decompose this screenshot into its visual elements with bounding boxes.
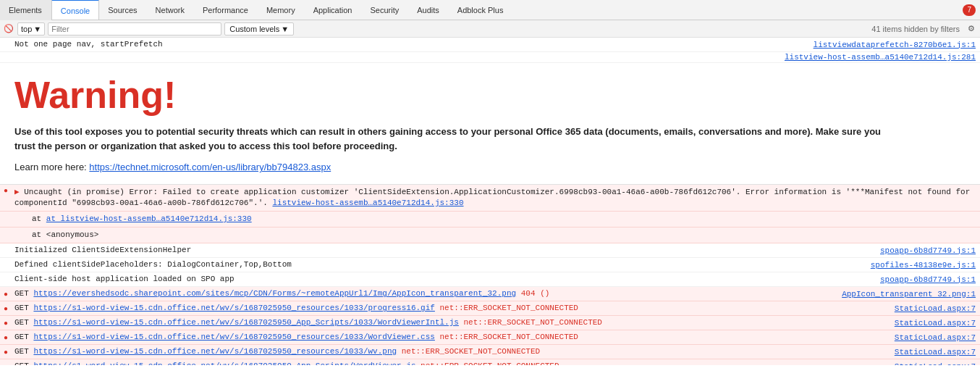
uncaught-source-link[interactable]: listview-host-assemb…a5140e712d14.js:330 — [272, 199, 463, 207]
blank-icon4 — [0, 250, 12, 251]
defined-row: Defined clientSidePlaceholders: DialogCo… — [0, 258, 980, 272]
get-row-content-2: GET https://s1-word-view-15.cdn.office.n… — [12, 317, 895, 329]
get-row-1: ● GET https://s1-word-view-15.cdn.office… — [0, 301, 980, 316]
get-row-content-1: GET https://s1-word-view-15.cdn.office.n… — [12, 302, 895, 314]
get-source-4[interactable]: StaticLoad.aspx:7 — [895, 348, 980, 356]
get-error-icon-3: ● — [0, 333, 12, 342]
get-source-0[interactable]: AppIcon_transparent 32.png:1 — [842, 290, 980, 299]
filter-input[interactable] — [48, 22, 221, 36]
tab-audits[interactable]: Audits — [408, 0, 449, 20]
blank-icon2 — [0, 213, 12, 214]
get-error-icon-1: ● — [0, 304, 12, 313]
tab-sources[interactable]: Sources — [99, 0, 146, 20]
page-nav-text: Not one page nav, startPrefetch — [12, 38, 814, 51]
blank-icon3 — [0, 229, 12, 230]
get-row-content-3: GET https://s1-word-view-15.cdn.office.n… — [12, 331, 895, 343]
client-source[interactable]: spoapp-6b8d7749.js:1 — [880, 275, 980, 284]
tab-network[interactable]: Network — [147, 0, 194, 20]
info-icon — [0, 44, 12, 45]
context-value: top — [21, 25, 32, 33]
get-error-icon-0: ● — [0, 290, 12, 299]
init-row: Initialized ClientSideExtensionHelper sp… — [0, 243, 980, 258]
console-toolbar: 🚫 top ▼ Custom levels ▼ 41 items hidden … — [0, 20, 980, 38]
get-rows-container: ● GET https://evershedsodc.sharepoint.co… — [0, 287, 980, 365]
get-row-0: ● GET https://evershedsodc.sharepoint.co… — [0, 287, 980, 301]
get-row-content-0: GET https://evershedsodc.sharepoint.com/… — [12, 288, 842, 300]
get-row-content-5: GET https://s1-word-view-15.cdn.office.n… — [12, 360, 895, 365]
tab-performance[interactable]: Performance — [194, 0, 258, 20]
error-icon: ● — [0, 186, 12, 195]
get-url-0[interactable]: https://evershedsodc.sharepoint.com/site… — [33, 289, 516, 298]
get-url-4[interactable]: https://s1-word-view-15.cdn.office.net/w… — [33, 347, 397, 356]
get-source-2[interactable]: StaticLoad.aspx:7 — [895, 319, 980, 327]
uncaught-text: ▶ Uncaught (in promise) Error: Failed to… — [12, 186, 980, 209]
custom-levels-label: Custom levels — [229, 25, 279, 33]
at-line2-text: at <anonymous> — [12, 229, 980, 241]
get-row-content-4: GET https://s1-word-view-15.cdn.office.n… — [12, 346, 895, 358]
tab-elements[interactable]: Elements — [0, 0, 51, 20]
custom-levels-button[interactable]: Custom levels ▼ — [224, 22, 294, 36]
tabs-bar: Elements Console Sources Network Perform… — [0, 0, 980, 20]
warning-body: Use of this tool exposes you to potentia… — [14, 125, 883, 153]
get-url-3[interactable]: https://s1-word-view-15.cdn.office.net/w… — [33, 333, 435, 341]
get-error-icon-5: ● — [0, 362, 12, 365]
clear-console-icon[interactable]: 🚫 — [3, 23, 14, 35]
get-row-4: ● GET https://s1-word-view-15.cdn.office… — [0, 345, 980, 359]
console-content: Not one page nav, startPrefetch listview… — [0, 38, 980, 365]
init-source[interactable]: spoapp-6b8d7749.js:1 — [880, 246, 980, 255]
get-url-2[interactable]: https://s1-word-view-15.cdn.office.net/w… — [33, 318, 459, 327]
warning-title: Warning! — [14, 75, 966, 116]
tab-security[interactable]: Security — [361, 0, 408, 20]
tab-console[interactable]: Console — [51, 0, 99, 20]
learn-prefix: Learn more here: — [14, 162, 89, 172]
get-error-icon-2: ● — [0, 319, 12, 327]
error-badge: 7 — [963, 4, 976, 16]
get-row-3: ● GET https://s1-word-view-15.cdn.office… — [0, 330, 980, 345]
defined-text: Defined clientSidePlaceholders: DialogCo… — [12, 259, 871, 271]
get-url-5[interactable]: https://s1-word-view-15.cdn.office.net/w… — [33, 362, 415, 365]
source2-link[interactable]: listview-host-assemb…a5140e712d14.js:281 — [785, 53, 980, 62]
blank-icon5 — [0, 264, 12, 265]
get-source-1[interactable]: StaticLoad.aspx:7 — [895, 304, 980, 313]
init-text: Initialized ClientSideExtensionHelper — [12, 244, 880, 256]
blank-icon6 — [0, 279, 12, 280]
uncaught-main-text: Uncaught (in promise) Error: Failed to c… — [14, 188, 970, 207]
warning-block: Warning! Use of this tool exposes you to… — [0, 63, 980, 185]
settings-icon[interactable]: ⚙ — [966, 23, 977, 35]
context-select[interactable]: top ▼ — [17, 22, 45, 36]
defined-source[interactable]: spofiles-48138e9e.js:1 — [871, 261, 980, 270]
at-line2-row: at <anonymous> — [0, 228, 980, 243]
client-text: Client-side host application loaded on S… — [12, 273, 880, 285]
source2-row: listview-host-assemb…a5140e712d14.js:281 — [0, 52, 980, 63]
at-line1-text: at at listview-host-assemb…a5140e712d14.… — [12, 213, 980, 225]
warning-learn: Learn more here: https://technet.microso… — [14, 162, 966, 172]
blank-icon — [0, 57, 12, 58]
client-row: Client-side host application loaded on S… — [0, 272, 980, 287]
get-source-5[interactable]: StaticLoad.aspx:7 — [895, 362, 980, 365]
tab-application[interactable]: Application — [305, 0, 362, 20]
items-hidden-label: 41 items hidden by filters — [871, 25, 963, 33]
get-url-1[interactable]: https://s1-word-view-15.cdn.office.net/w… — [33, 304, 435, 312]
get-row-5: ● GET https://s1-word-view-15.cdn.office… — [0, 359, 980, 365]
get-source-3[interactable]: StaticLoad.aspx:7 — [895, 333, 980, 342]
source2-text — [12, 57, 785, 58]
uncaught-error-row: ● ▶ Uncaught (in promise) Error: Failed … — [0, 185, 980, 212]
learn-url-link[interactable]: https://technet.microsoft.com/en-us/libr… — [89, 162, 331, 172]
custom-levels-chevron-icon: ▼ — [281, 25, 289, 33]
at-line1-row: at at listview-host-assemb…a5140e712d14.… — [0, 212, 980, 228]
tab-adblock[interactable]: Adblock Plus — [449, 0, 513, 20]
context-chevron-icon: ▼ — [33, 25, 41, 33]
page-nav-row: Not one page nav, startPrefetch listview… — [0, 38, 980, 52]
get-error-icon-4: ● — [0, 348, 12, 356]
page-nav-source[interactable]: listviewdataprefetch-8270b6e1.js:1 — [814, 41, 980, 49]
get-row-2: ● GET https://s1-word-view-15.cdn.office… — [0, 316, 980, 330]
tab-memory[interactable]: Memory — [258, 0, 305, 20]
at-line1-link[interactable]: at listview-host-assemb…a5140e712d14.js:… — [46, 214, 252, 223]
